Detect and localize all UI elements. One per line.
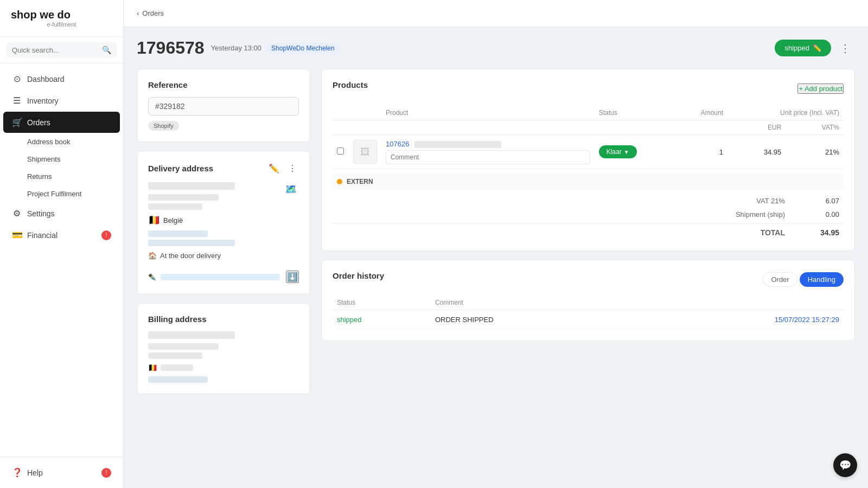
reference-input[interactable] [148,97,299,115]
order-number: 1796578 [137,38,205,58]
sidebar-item-address-book[interactable]: Address book [3,133,120,150]
sidebar-item-inventory[interactable]: ☰ Inventory [3,90,120,111]
delivery-address-card: Delivery address ✏️ ⋮ 🇧🇪 [137,151,310,294]
main-content: ‹ Orders 1796578 Yesterday 13:00 ShopWeD… [124,0,868,488]
shipments-label: Shipments [27,155,60,163]
returns-label: Returns [27,172,52,181]
left-column: Reference Shopify Delivery address ✏️ ⋮ [137,69,310,394]
edit-delivery-button[interactable]: ✏️ [266,162,282,175]
page-columns: Reference Shopify Delivery address ✏️ ⋮ [137,69,855,394]
sidebar-item-project-fulfilment[interactable]: Project Fulfilment [3,185,120,202]
address-book-label: Address book [27,138,71,146]
orders-icon: 🛒 [12,117,22,127]
sidebar-item-returns[interactable]: Returns [3,168,120,185]
logo: shop we do e-fulfilment [0,0,123,37]
sidebar-item-dashboard[interactable]: ⊙ Dashboard [3,68,120,89]
more-options-button[interactable]: ⋮ [835,40,855,57]
edit-icon: ✏️ [813,44,821,52]
reference-title: Reference [148,80,299,89]
door-delivery-row: 🏠 At the door delivery [148,252,283,260]
product-price: 34.95 [727,135,786,169]
tracking-row: ✒️ ⬇️ [148,271,299,283]
delivery-country-row: 🇧🇪 België [148,214,283,226]
sidebar-item-settings[interactable]: ⚙ Settings [3,203,120,224]
order-title-wrap: 1796578 Yesterday 13:00 ShopWeDo Mechele… [137,38,340,58]
breadcrumb: Orders [142,9,164,17]
hist-date: 15/07/2022 15:27:29 [628,310,844,330]
brand-sub: e-fulfilment [11,21,112,28]
financial-icon: 💳 [12,230,22,240]
extern-dot [337,179,342,184]
delivery-country: België [163,216,183,224]
vat-row: VAT 21% 6.07 [333,194,844,208]
col-eur: EUR [727,120,786,135]
col-vat-pct: VAT% [786,120,844,135]
store-badge: ShopWeDo Mechelen [266,43,340,54]
delivery-address-title: Delivery address [148,164,213,173]
vat-amount: 6.07 [807,197,839,205]
delivery-name-blurred [148,182,235,190]
shipped-label: shipped [784,44,809,52]
sidebar-item-financial[interactable]: 💳 Financial ! [3,224,120,246]
shipment-label: Shipment (ship) [736,210,785,219]
belgium-flag: 🇧🇪 [148,214,160,226]
product-name-blurred [414,141,501,148]
product-checkbox[interactable] [337,147,344,155]
col-unit-price: Unit price (Incl. VAT) [727,106,844,120]
history-title: Order history [333,271,384,280]
project-fulfilment-label: Project Fulfilment [27,190,81,198]
sidebar-item-orders[interactable]: 🛒 Orders [3,112,120,133]
shipped-button[interactable]: shipped ✏️ [775,40,831,56]
billing-address-title: Billing address [148,314,299,324]
search-bar: 🔍 [0,37,123,63]
top-bar: ‹ Orders [124,0,868,27]
door-icon: 🏠 [148,252,157,260]
chat-fab-button[interactable]: 💬 [833,453,857,477]
sidebar-item-shipments[interactable]: Shipments [3,151,120,168]
klaar-chevron-icon: ▼ [624,149,629,155]
history-table: Status Comment shipped ORDER SHIPPED 15/… [333,296,844,330]
klaar-button[interactable]: Klaar ▼ [599,145,637,158]
product-amount: 1 [674,135,727,169]
billing-flag: 🇧🇪 [148,363,157,372]
add-product-button[interactable]: + Add product [797,84,844,94]
comment-input[interactable] [386,150,590,164]
brand-name: shop we do [11,9,112,21]
product-image: 🖼 [353,140,377,164]
products-table: Product Status Amount Unit price (Incl. … [333,106,844,169]
delivery-card-header: Delivery address ✏️ ⋮ [148,162,299,175]
download-button[interactable]: ⬇️ [286,271,299,283]
help-icon: ❓ [12,467,22,478]
table-row: 🖼 107626 [333,135,844,169]
billing-country-row: 🇧🇪 [148,363,299,372]
sidebar: shop we do e-fulfilment 🔍 ⊙ Dashboard ☰ … [0,0,124,488]
dashboard-icon: ⊙ [12,74,22,84]
sidebar-item-label: Inventory [27,97,59,105]
delivery-more-button[interactable]: ⋮ [286,162,299,175]
header-actions: shipped ✏️ ⋮ [775,40,855,57]
history-header: Order history Order Handling [333,271,844,288]
sidebar-item-help[interactable]: ❓ Help ! [3,462,120,483]
financial-badge: ! [101,230,111,240]
right-column: Products + Add product Product Status [321,69,855,394]
order-meta: Yesterday 13:00 ShopWeDo Mechelen [211,43,340,54]
map-button[interactable]: 🗺️ [283,182,299,196]
hist-col-status: Status [333,296,431,310]
billing-address-card: Billing address 🇧🇪 [137,303,310,394]
delivery-email-blurred [148,240,235,246]
tab-handling[interactable]: Handling [800,272,844,287]
delivery-address-details: 🇧🇪 België 🏠 At the door delivery [148,182,283,265]
total-label: TOTAL [761,228,785,237]
chat-icon: 💬 [839,459,851,471]
delivery-icon-actions: ✏️ ⋮ [266,162,299,175]
tab-order[interactable]: Order [763,272,797,287]
col-product: Product [381,106,595,120]
back-to-orders[interactable]: ‹ Orders [137,9,164,17]
billing-name-blurred [148,331,235,339]
product-id[interactable]: 107626 [386,140,409,148]
tracking-link[interactable] [161,274,280,280]
product-vat: 21% [786,135,844,169]
products-card: Products + Add product Product Status [321,69,855,251]
history-row: shipped ORDER SHIPPED 15/07/2022 15:27:2… [333,310,844,330]
search-input[interactable] [12,46,99,54]
